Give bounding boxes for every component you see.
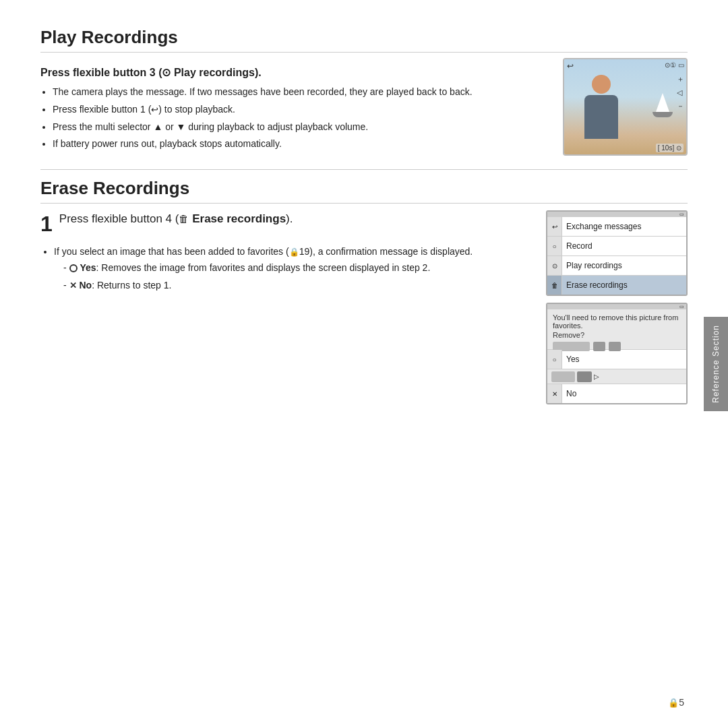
exchange-icon: ↩ (552, 223, 557, 231)
sub-bullets-list: Yes: Removes the image from favorites an… (63, 260, 533, 294)
menu-btn-erase[interactable]: 🗑 (547, 276, 562, 295)
cam-top-bar: ⊙① ▭ (665, 61, 684, 69)
no-label: No (79, 280, 92, 291)
menu-item-erase: 🗑 Erase recordings (547, 276, 686, 295)
erase-recordings-title: Erase Recordings (40, 178, 688, 204)
yes-label: Yes (80, 262, 96, 273)
yes-circle-icon (69, 264, 78, 272)
cam-top-icons: ⊙① (665, 61, 676, 69)
boat-hull (653, 112, 673, 117)
record-icon: ○ (552, 243, 556, 250)
cam-timer: [ 10s] ⊙ (656, 144, 684, 152)
erase-bullet-1: If you select an image that has been add… (54, 244, 533, 293)
footer: 🔒5 (668, 697, 684, 708)
cam-right-icons: ＋ ◁ － (677, 74, 684, 111)
reference-tab-label: Reference Section (711, 325, 721, 403)
play-subsection-bold: Play recordings (171, 67, 255, 78)
reference-tab: Reference Section (704, 317, 728, 411)
cam-speaker-icon: ◁ (677, 88, 684, 97)
confirm-text-area: You'll need to remove this picture from … (547, 309, 686, 350)
play-section: Press flexible button 3 (⊙ Play recordin… (40, 58, 688, 156)
play-label: Play recordings (562, 258, 626, 273)
play-subsection-icon: ⊙ (162, 67, 171, 78)
cam-battery-icon: ▭ (678, 61, 684, 69)
confirm-no-row: ✕ No (547, 384, 686, 403)
erase-left: 1 Press flexible button 4 (🗑 Erase recor… (40, 210, 533, 404)
confirm-remove-label: Remove? (553, 331, 681, 339)
play-bullet-1: The camera plays the message. If two mes… (53, 84, 549, 100)
play-subsection-title: Press flexible button 3 (⊙ Play recordin… (40, 66, 549, 79)
cam-minus-icon: － (677, 101, 684, 111)
menu-btn-play[interactable]: ⊙ (547, 256, 562, 275)
menu-item-exchange: ↩ Exchange messages (547, 217, 686, 237)
play-bullets-list: The camera plays the message. If two mes… (53, 84, 549, 152)
sub-bullet-yes: Yes: Removes the image from favorites an… (63, 260, 533, 276)
sub-bullet-no: ✕ No: Returns to step 1. (63, 278, 533, 294)
erase-icon: 🗑 (179, 213, 189, 224)
confirm-mockup: ▭ You'll need to remove this picture fro… (546, 303, 688, 404)
erase-bullets-list: If you select an image that has been add… (54, 244, 533, 293)
menu-top-bar-1: ▭ (547, 212, 686, 217)
menu-mockup-1: ▭ ↩ Exchange messages ○ Record ⊙ (546, 210, 688, 296)
play-text: Press flexible button 3 (⊙ Play recordin… (40, 58, 549, 156)
camera-screen-illustration: ↩ ⊙① ▭ ＋ ◁ － (563, 58, 688, 156)
play-bullet-3: Press the multi selector ▲ or ▼ during p… (53, 119, 549, 135)
person-head (592, 75, 611, 94)
image-thumb-2 (577, 371, 592, 382)
yes-menu-label: Yes (562, 352, 584, 367)
confirm-yes-row: ○ Yes (547, 350, 686, 369)
person-body (584, 95, 618, 139)
menu-item-record: ○ Record (547, 237, 686, 256)
no-x-icon: ✕ (69, 278, 77, 293)
boat-sail (656, 93, 669, 112)
play-subsection-text-after: ). (255, 67, 262, 78)
image-thumb-1 (551, 371, 575, 382)
erase-label: Erase recordings (562, 278, 632, 293)
image-arrow-icons: ▷ (594, 373, 599, 380)
menu-mockup-container: ▭ ↩ Exchange messages ○ Record ⊙ (546, 210, 688, 404)
menu-top-icon-1: ▭ (679, 212, 684, 217)
menu-btn-exchange[interactable]: ↩ (547, 217, 562, 236)
cam-back-icon: ↩ (567, 61, 574, 71)
favorites-icon: 🔒 (289, 247, 299, 257)
footer-icon: 🔒 (668, 698, 679, 708)
erase-layout: 1 Press flexible button 4 (🗑 Erase recor… (40, 210, 688, 404)
camera-screen-inner: ↩ ⊙① ▭ ＋ ◁ － (564, 59, 686, 154)
person-silhouette (578, 75, 625, 142)
confirm-no-btn[interactable]: ✕ (547, 384, 562, 403)
boat-illustration (649, 93, 676, 117)
footer-text: 5 (679, 697, 684, 708)
step-text: Press flexible button 4 (🗑 Erase recordi… (59, 210, 293, 228)
confirm-message: You'll need to remove this picture from … (553, 313, 681, 330)
play-subsection-text-before: Press flexible button 3 ( (40, 67, 162, 78)
confirm-image-row: ▷ (547, 369, 686, 384)
cam-plus-icon: ＋ (677, 74, 684, 84)
divider-1 (40, 169, 688, 170)
confirm-top-bar: ▭ (547, 304, 686, 309)
menu-item-play: ⊙ Play recordings (547, 256, 686, 276)
confirm-yes-btn[interactable]: ○ (547, 350, 562, 369)
exchange-label: Exchange messages (562, 219, 645, 234)
no-icon: ✕ (552, 390, 557, 398)
erase-menu-icon: 🗑 (551, 282, 558, 289)
no-menu-label: No (562, 386, 580, 401)
confirm-top-icon: ▭ (679, 304, 684, 309)
play-icon: ⊙ (552, 262, 557, 270)
play-recordings-title: Play Recordings (40, 27, 688, 53)
menu-btn-record[interactable]: ○ (547, 237, 562, 255)
play-bullet-2: Press flexible button 1 (↩) to stop play… (53, 102, 549, 118)
record-label: Record (562, 239, 597, 253)
step-number: 1 (40, 213, 53, 235)
yes-icon: ○ (552, 356, 556, 363)
play-bullet-4: If battery power runs out, playback stop… (53, 136, 549, 152)
page-container: Reference Section Play Recordings Press … (0, 0, 728, 728)
